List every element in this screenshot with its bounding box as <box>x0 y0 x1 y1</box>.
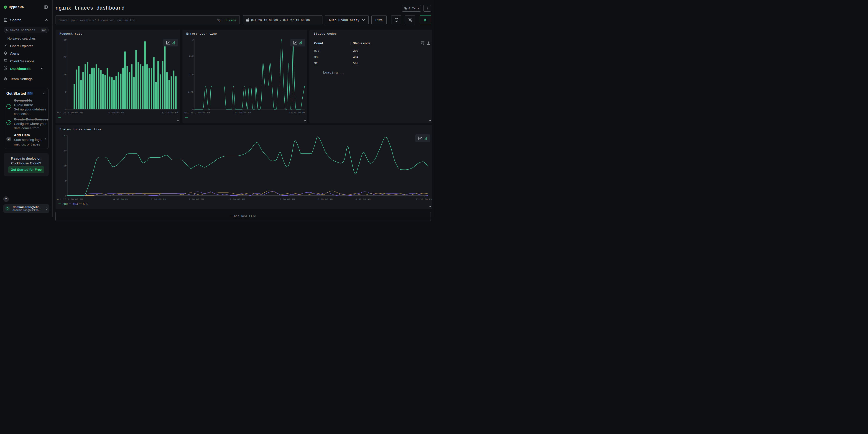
svg-text:11:30:00 PM: 11:30:00 PM <box>107 111 124 114</box>
svg-text:27: 27 <box>64 56 66 59</box>
svg-text:1.5: 1.5 <box>189 73 193 76</box>
svg-text:8:30:00 AM: 8:30:00 AM <box>355 198 370 201</box>
svg-text:7:00:00 PM: 7:00:00 PM <box>151 198 166 201</box>
svg-text:32: 32 <box>64 134 66 137</box>
svg-text:18: 18 <box>64 73 66 76</box>
svg-text:0: 0 <box>65 108 66 111</box>
svg-text:36: 36 <box>64 38 66 41</box>
svg-text:9: 9 <box>65 91 66 93</box>
svg-text:8: 8 <box>65 179 66 182</box>
svg-text:Oct 26 1:00:00 PM: Oct 26 1:00:00 PM <box>57 111 83 114</box>
svg-text:404: 404 <box>73 203 78 206</box>
svg-text:3:30:00 AM: 3:30:00 AM <box>280 198 294 201</box>
svg-text:12:30:00 PM: 12:30:00 PM <box>289 111 305 114</box>
svg-text:9:30:00 PM: 9:30:00 PM <box>189 198 204 201</box>
svg-text:0: 0 <box>65 194 66 197</box>
svg-text:0.75: 0.75 <box>188 91 193 93</box>
svg-text:200: 200 <box>62 203 68 206</box>
svg-text:0: 0 <box>192 108 193 111</box>
svg-text:Oct 26 1:00:00 PM: Oct 26 1:00:00 PM <box>57 198 83 201</box>
svg-text:Oct 26 1:00:00 PM: Oct 26 1:00:00 PM <box>184 111 210 114</box>
svg-text:500: 500 <box>83 203 88 206</box>
svg-text:16: 16 <box>64 164 66 167</box>
svg-text:24: 24 <box>64 149 67 152</box>
svg-text:12:30:00 AM: 12:30:00 AM <box>228 198 245 201</box>
svg-text:6:00:00 AM: 6:00:00 AM <box>318 198 333 201</box>
svg-text:12:30:00 PM: 12:30:00 PM <box>415 198 432 201</box>
svg-text:3: 3 <box>192 38 193 41</box>
svg-text:2.3: 2.3 <box>189 55 193 57</box>
svg-text:11:30:00 PM: 11:30:00 PM <box>235 111 251 114</box>
svg-text:4:30:00 PM: 4:30:00 PM <box>113 198 128 201</box>
svg-text:12:30:00 PM: 12:30:00 PM <box>161 111 178 114</box>
